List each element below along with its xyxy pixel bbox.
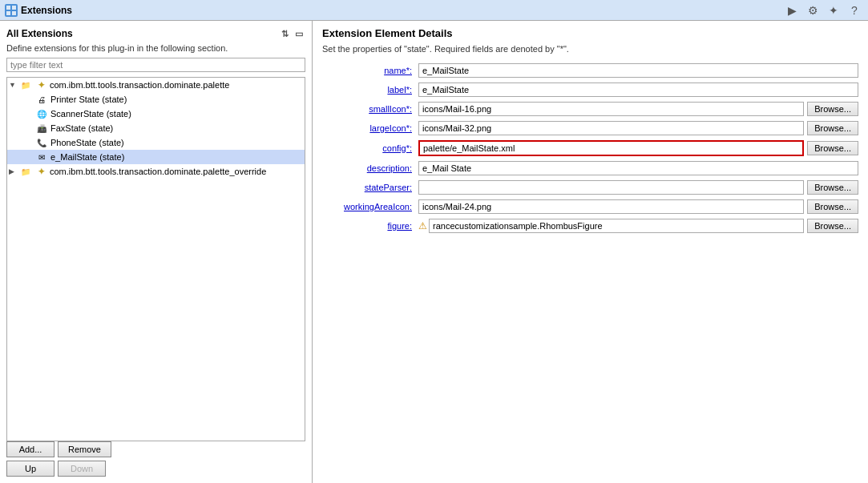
svg-rect-2: [6, 11, 10, 15]
label-config[interactable]: config*:: [322, 143, 418, 153]
connect-button[interactable]: ✦: [825, 2, 842, 19]
svg-rect-3: [12, 11, 16, 15]
input-config[interactable]: [418, 140, 804, 156]
browse-button-largeIcon[interactable]: Browse...: [807, 121, 858, 135]
tree-item-email[interactable]: ✉ e_MailState (state): [7, 150, 305, 164]
input-figure[interactable]: [429, 219, 804, 233]
root2-label: com.ibm.btt.tools.transaction.dominate.p…: [50, 167, 266, 176]
email-label: e_MailState (state): [50, 152, 124, 162]
form-row-workingAreaIcon: workingAreaIcon:Browse...: [322, 199, 858, 214]
left-panel: All Extensions ⇅ ▭ Define extensions for…: [0, 21, 313, 483]
fax-label: FaxState (state): [50, 123, 113, 133]
form-row-name: name*:: [322, 63, 858, 78]
plugin2-icon: ✦: [34, 165, 47, 178]
up-down-row: Up Down: [6, 461, 305, 477]
expand-root2-icon: ▶: [9, 167, 17, 175]
form-row-description: description:: [322, 161, 858, 175]
run-button[interactable]: ▶: [783, 2, 801, 19]
title-bar: Extensions ▶ ⚙ ✦ ?: [0, 0, 868, 21]
right-panel: Extension Element Details Set the proper…: [313, 21, 868, 483]
plugin-icon: ✦: [34, 78, 47, 91]
form-row-smallIcon: smallIcon*:Browse...: [322, 102, 858, 116]
scanner-label: ScannerState (state): [50, 109, 131, 119]
browse-button-smallIcon[interactable]: Browse...: [807, 102, 858, 116]
warning-icon-figure: ⚠: [418, 220, 427, 231]
printer-icon: 🖨: [35, 93, 48, 106]
tree-item-root1[interactable]: ▼ 📁 ✦ com.ibm.btt.tools.transaction.domi…: [7, 78, 305, 92]
label-description[interactable]: description:: [322, 163, 418, 173]
tree-item-fax[interactable]: 📠 FaxState (state): [7, 121, 305, 135]
add-remove-row: Add... Remove: [6, 441, 305, 457]
browse-button-workingAreaIcon[interactable]: Browse...: [807, 199, 858, 214]
input-workingAreaIcon[interactable]: [418, 199, 804, 214]
form-row-figure: figure:⚠Browse...: [322, 219, 858, 233]
email-icon: ✉: [35, 151, 48, 163]
right-panel-description: Set the properties of "state". Required …: [322, 44, 858, 54]
phone-label: PhoneState (state): [50, 138, 124, 147]
tree-item-printer[interactable]: 🖨 Printer State (state): [7, 92, 305, 107]
left-panel-header: All Extensions ⇅ ▭: [0, 21, 312, 43]
title-bar-left: Extensions: [5, 4, 72, 17]
expand-root1-icon: ▼: [9, 81, 17, 89]
down-button[interactable]: Down: [58, 461, 106, 477]
svg-rect-1: [12, 6, 16, 10]
input-stateParser[interactable]: [418, 180, 804, 195]
title-bar-right: ▶ ⚙ ✦ ?: [783, 2, 863, 19]
remove-button[interactable]: Remove: [58, 441, 111, 457]
tree-item-root2[interactable]: ▶ 📁 ✦ com.ibm.btt.tools.transaction.domi…: [7, 164, 305, 179]
main-content: All Extensions ⇅ ▭ Define extensions for…: [0, 21, 868, 483]
root1-label: com.ibm.btt.tools.transaction.dominate.p…: [50, 80, 229, 90]
up-button[interactable]: Up: [6, 461, 55, 477]
add-button[interactable]: Add...: [6, 441, 55, 457]
browse-button-stateParser[interactable]: Browse...: [807, 180, 858, 195]
collapse-icon[interactable]: ▭: [293, 27, 305, 40]
input-smallIcon[interactable]: [418, 102, 804, 116]
svg-rect-0: [6, 6, 10, 10]
form-row-config: config*:Browse...: [322, 140, 858, 156]
browse-button-figure[interactable]: Browse...: [807, 219, 858, 233]
folder-open-icon: 📁: [19, 78, 32, 91]
folder-closed-icon: 📁: [19, 165, 32, 178]
scanner-icon: 🌐: [35, 107, 48, 120]
tree-item-scanner[interactable]: 🌐 ScannerState (state): [7, 107, 305, 121]
label-stateParser[interactable]: stateParser:: [322, 183, 418, 192]
browse-button-config[interactable]: Browse...: [807, 141, 858, 155]
form-row-stateParser: stateParser:Browse...: [322, 180, 858, 195]
fax-icon: 📠: [35, 122, 48, 135]
printer-label: Printer State (state): [50, 95, 127, 104]
panel-description: Define extensions for this plug-in in th…: [0, 43, 312, 58]
title-text: Extensions: [21, 5, 72, 16]
right-panel-title: Extension Element Details: [322, 27, 858, 39]
help-button[interactable]: ?: [846, 2, 863, 19]
label-largeIcon[interactable]: largeIcon*:: [322, 123, 418, 133]
extensions-icon: [5, 4, 18, 17]
label-label[interactable]: label*:: [322, 85, 418, 95]
label-figure[interactable]: figure:: [322, 221, 418, 231]
tree-item-phone[interactable]: 📞 PhoneState (state): [7, 135, 305, 150]
sort-icon[interactable]: ⇅: [278, 27, 291, 40]
all-extensions-title: All Extensions: [6, 28, 73, 39]
tree-container: ▼ 📁 ✦ com.ibm.btt.tools.transaction.domi…: [6, 77, 305, 441]
label-smallIcon[interactable]: smallIcon*:: [322, 104, 418, 114]
filter-input[interactable]: [6, 58, 305, 72]
label-name[interactable]: name*:: [322, 66, 418, 75]
left-buttons: Add... Remove Up Down: [0, 441, 312, 483]
settings-button[interactable]: ⚙: [804, 2, 822, 19]
input-name[interactable]: [418, 63, 858, 78]
form-row-largeIcon: largeIcon*:Browse...: [322, 121, 858, 135]
header-icons: ⇅ ▭: [278, 27, 305, 40]
form-fields: name*:label*:smallIcon*:Browse...largeIc…: [322, 63, 858, 238]
input-largeIcon[interactable]: [418, 121, 804, 135]
phone-icon: 📞: [35, 136, 48, 149]
input-description[interactable]: [418, 161, 858, 175]
form-row-label: label*:: [322, 83, 858, 97]
input-label[interactable]: [418, 83, 858, 97]
label-workingAreaIcon[interactable]: workingAreaIcon:: [322, 202, 418, 211]
